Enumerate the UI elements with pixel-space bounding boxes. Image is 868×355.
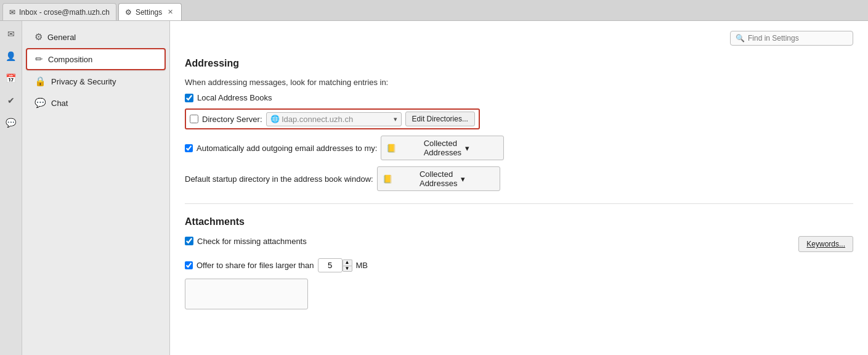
auto-add-checkbox[interactable]	[185, 144, 193, 152]
icon-bar-mail[interactable]: ✉	[3, 26, 19, 42]
local-address-books-row: Local Address Books	[185, 93, 853, 102]
section-divider	[185, 203, 853, 204]
sidebar-item-chat[interactable]: 💬 Chat	[26, 92, 166, 113]
share-size-spinner: ▲ ▼	[343, 259, 352, 272]
sidebar: ⚙ General ✏ Composition 🔒 Privacy & Secu…	[22, 21, 170, 355]
auto-add-value: Collected Addresses	[424, 139, 461, 157]
edit-directories-button[interactable]: Edit Directories...	[405, 112, 475, 126]
local-address-books-label[interactable]: Local Address Books	[197, 93, 272, 102]
gear-icon: ⚙	[34, 31, 43, 43]
directory-server-dropdown[interactable]: ldap.connect.uzh.ch	[282, 115, 391, 124]
directory-server-label[interactable]: Directory Server:	[202, 115, 262, 124]
dir-server-globe-icon: 🌐	[270, 115, 280, 123]
offer-share-label[interactable]: Offer to share for files larger than	[197, 261, 314, 270]
settings-tab-icon: ⚙	[125, 8, 132, 17]
auto-add-label[interactable]: Automatically add outgoing email address…	[197, 144, 377, 153]
tab-settings[interactable]: ⚙ Settings ✕	[118, 3, 182, 20]
directory-server-checkbox[interactable]	[190, 115, 198, 123]
default-startup-dropdown-arrow-icon: ▾	[461, 174, 494, 184]
local-address-books-checkbox[interactable]	[185, 94, 193, 102]
icon-bar: ✉ 👤 📅 ✔ 💬	[0, 21, 22, 355]
addressing-section: Addressing When addressing messages, loo…	[185, 58, 853, 191]
spinner-up-button[interactable]: ▲	[343, 259, 352, 266]
chat-icon: 💬	[34, 97, 46, 108]
sidebar-item-privacy-security[interactable]: 🔒 Privacy & Security	[26, 71, 166, 92]
tab-inbox-label: Inbox - crose@math.uzh.ch	[19, 8, 110, 17]
sidebar-item-composition-label: Composition	[48, 55, 92, 64]
inbox-icon: ✉	[9, 8, 15, 17]
default-startup-dropdown[interactable]: 📒 Collected Addresses ▾	[377, 166, 500, 191]
address-book-icon: 📒	[386, 144, 420, 153]
auto-add-dropdown[interactable]: 📒 Collected Addresses ▾	[381, 136, 504, 160]
sidebar-item-general[interactable]: ⚙ General	[26, 27, 166, 47]
default-startup-row: Default startup directory in the address…	[185, 166, 853, 191]
sidebar-item-chat-label: Chat	[51, 99, 68, 108]
search-bar: 🔍	[730, 31, 853, 46]
offer-share-checkbox[interactable]	[185, 261, 193, 269]
tab-close-button[interactable]: ✕	[166, 7, 175, 17]
check-missing-label[interactable]: Check for missing attachments	[197, 237, 307, 246]
default-startup-label: Default startup directory in the address…	[185, 174, 373, 184]
tab-settings-label: Settings	[136, 8, 162, 17]
share-size-input-group: 5 ▲ ▼	[318, 258, 352, 272]
default-startup-value: Collected Addresses	[420, 169, 457, 188]
sidebar-item-privacy-security-label: Privacy & Security	[51, 77, 116, 86]
check-missing-checkbox[interactable]	[185, 237, 193, 245]
spinner-down-button[interactable]: ▼	[343, 266, 352, 272]
sidebar-item-composition[interactable]: ✏ Composition	[26, 48, 166, 70]
directory-server-row: Directory Server: 🌐 ldap.connect.uzh.ch …	[185, 108, 480, 129]
check-missing-row: Check for missing attachments Keywords..…	[185, 236, 853, 252]
content-area: 🔍 Addressing When addressing messages, l…	[170, 21, 868, 355]
search-input[interactable]	[748, 34, 848, 43]
icon-bar-calendar[interactable]: 📅	[3, 70, 19, 86]
icon-bar-chat[interactable]: 💬	[3, 115, 19, 131]
share-unit-label: MB	[356, 261, 368, 270]
auto-add-row: Automatically add outgoing email address…	[185, 136, 853, 160]
dir-dropdown-arrow-icon: ▾	[394, 115, 397, 123]
directory-server-select-wrap: 🌐 ldap.connect.uzh.ch ▾	[266, 112, 402, 126]
icon-bar-tasks[interactable]: ✔	[3, 92, 19, 108]
tab-bar: ✉ Inbox - crose@math.uzh.ch ⚙ Settings ✕	[0, 0, 868, 21]
auto-add-dropdown-arrow-icon: ▾	[465, 144, 498, 153]
sidebar-item-general-label: General	[47, 33, 76, 42]
keywords-button[interactable]: Keywords...	[798, 236, 853, 252]
check-missing-label-text: Check for missing attachments	[197, 237, 307, 246]
tab-inbox[interactable]: ✉ Inbox - crose@math.uzh.ch	[2, 3, 116, 20]
pencil-icon: ✏	[35, 54, 43, 65]
check-missing-checkbox-row: Check for missing attachments	[185, 237, 307, 246]
search-bar-row: 🔍	[185, 31, 853, 46]
addressing-title: Addressing	[185, 58, 853, 69]
keywords-textarea[interactable]	[185, 279, 308, 309]
default-startup-addr-icon: 📒	[383, 174, 416, 184]
search-icon: 🔍	[736, 34, 745, 43]
icon-bar-contacts[interactable]: 👤	[3, 48, 19, 64]
attachments-title: Attachments	[185, 216, 853, 227]
lock-icon: 🔒	[34, 76, 46, 87]
main-layout: ✉ 👤 📅 ✔ 💬 ⚙ General ✏ Composition 🔒 Priv…	[0, 21, 868, 355]
attachments-section: Attachments Check for missing attachment…	[185, 216, 853, 309]
share-size-input[interactable]: 5	[318, 258, 343, 272]
addressing-description: When addressing messages, look for match…	[185, 78, 853, 87]
share-row: Offer to share for files larger than 5 ▲…	[185, 258, 853, 272]
